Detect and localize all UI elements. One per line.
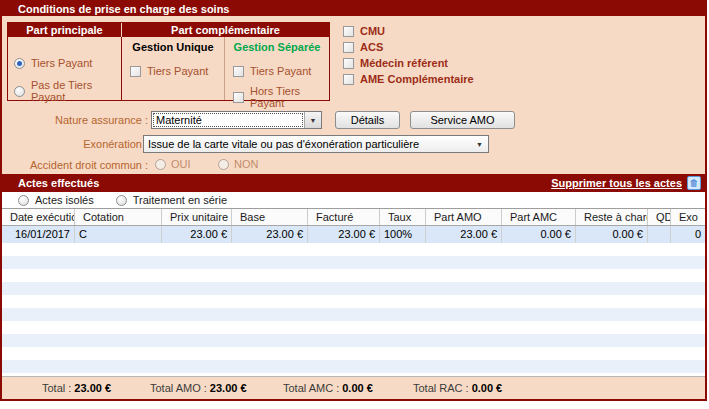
col-taux: Taux: [380, 209, 426, 225]
table-row[interactable]: 16/01/2017 C 23.00 € 23.00 € 23.00 € 100…: [2, 226, 705, 243]
hors-tiers-payant-checkbox[interactable]: [233, 92, 244, 103]
section-title-bar: Conditions de prise en charge des soins: [2, 2, 705, 16]
parts-panel-header: Part principale Part complémentaire: [8, 23, 329, 37]
conditions-section: Part principale Part complémentaire Tier…: [2, 16, 705, 174]
parts-panel: Part principale Part complémentaire Tier…: [7, 22, 330, 101]
col-reste-a-charge: Reste à charge: [576, 209, 648, 225]
accident-oui-radio[interactable]: [155, 159, 166, 170]
supprimer-tous-actes-link[interactable]: Supprimer tous les actes: [551, 177, 682, 189]
actes-isoles-option[interactable]: Actes isolés: [18, 194, 94, 206]
acs-label: ACS: [360, 41, 383, 53]
exoneration-value: Issue de la carte vitale ou pas d'éxonér…: [144, 136, 471, 152]
cell-facture: 23.00 €: [308, 226, 380, 243]
trash-button[interactable]: 🗑: [687, 176, 701, 190]
total-value: 23.00 €: [74, 382, 111, 394]
cell-taux: 100%: [380, 226, 426, 243]
details-button[interactable]: Détails: [335, 111, 400, 129]
gs-tiers-payant-option[interactable]: Tiers Payant: [225, 65, 329, 77]
total-amc-label: Total AMC :: [283, 382, 339, 394]
pas-de-tiers-payant-radio[interactable]: [14, 86, 25, 97]
acs-option[interactable]: ACS: [343, 39, 474, 55]
chevron-down-icon[interactable]: ▼: [471, 136, 488, 152]
empty-row: [2, 269, 705, 282]
cell-reste-a-charge: 0.00 €: [576, 226, 648, 243]
total-rac-value: 0.00 €: [472, 382, 503, 394]
total-label: Total :: [42, 382, 71, 394]
col-date-execution: Date exécution: [2, 209, 75, 225]
gu-tiers-payant-label: Tiers Payant: [147, 65, 208, 77]
cell-base: 23.00 €: [232, 226, 308, 243]
total-amo-value: 23.00 €: [210, 382, 247, 394]
totals-bar: Total :23.00 € Total AMO :23.00 € Total …: [2, 376, 705, 399]
gestion-separee-column: Gestion Séparée Tiers Payant Hors Tiers …: [225, 37, 329, 100]
col-part-amc: Part AMC: [502, 209, 576, 225]
main-frame: Conditions de prise en charge des soins …: [0, 0, 707, 401]
accident-non-radio[interactable]: [218, 159, 229, 170]
medecin-referent-label: Médecin référent: [360, 57, 448, 69]
cell-date-execution: 16/01/2017: [2, 226, 75, 243]
nature-assurance-label: Nature assurance :: [2, 111, 148, 129]
service-amo-button[interactable]: Service AMO: [410, 111, 515, 129]
trash-icon: 🗑: [690, 179, 699, 188]
traitement-en-serie-option[interactable]: Traitement en série: [116, 194, 227, 206]
actes-isoles-radio[interactable]: [18, 195, 29, 206]
ame-complementaire-option[interactable]: AME Complémentaire: [343, 71, 474, 87]
gs-tiers-payant-label: Tiers Payant: [250, 65, 311, 77]
tiers-payant-option[interactable]: Tiers Payant: [8, 57, 121, 69]
hors-tiers-payant-label: Hors Tiers Payant: [250, 85, 329, 109]
cmu-option[interactable]: CMU: [343, 23, 474, 39]
hors-tiers-payant-option[interactable]: Hors Tiers Payant: [225, 85, 329, 109]
empty-row: [2, 295, 705, 308]
pas-de-tiers-payant-label: Pas de Tiers Payant: [31, 79, 121, 103]
traitement-en-serie-radio[interactable]: [116, 195, 127, 206]
table-header-row: Date exécution Cotation Prix unitaire Ba…: [2, 209, 705, 226]
tiers-payant-radio[interactable]: [14, 58, 25, 69]
empty-row: [2, 321, 705, 334]
ame-complementaire-label: AME Complémentaire: [360, 73, 474, 85]
col-part-amo: Part AMO: [426, 209, 502, 225]
nature-assurance-select[interactable]: Maternité ▼: [151, 111, 322, 129]
gu-tiers-payant-option[interactable]: Tiers Payant: [122, 65, 224, 77]
total-rac: Total RAC :0.00 €: [413, 377, 502, 399]
medecin-referent-checkbox[interactable]: [343, 58, 354, 69]
cell-qd: [648, 226, 671, 243]
gestion-unique-column: Gestion Unique Tiers Payant: [122, 37, 225, 100]
cell-part-amc: 0.00 €: [502, 226, 576, 243]
empty-row: [2, 308, 705, 321]
ame-complementaire-checkbox[interactable]: [343, 74, 354, 85]
empty-row: [2, 256, 705, 269]
total-amc: Total AMC :0.00 €: [283, 377, 373, 399]
col-exo: Exo: [671, 209, 705, 225]
actes-isoles-label: Actes isolés: [35, 194, 94, 206]
cmu-label: CMU: [360, 25, 385, 37]
cmu-checkbox[interactable]: [343, 26, 354, 37]
gestion-separee-label: Gestion Séparée: [225, 41, 329, 53]
col-base: Base: [232, 209, 308, 225]
accident-oui-label: OUI: [171, 158, 191, 170]
exoneration-select[interactable]: Issue de la carte vitale ou pas d'éxonér…: [143, 135, 489, 153]
actes-title: Actes effectués: [18, 177, 551, 189]
gs-tiers-payant-checkbox[interactable]: [233, 66, 244, 77]
accident-non-option[interactable]: NON: [218, 158, 258, 170]
accident-oui-option[interactable]: OUI: [155, 158, 191, 170]
part-principale-column: Tiers Payant Pas de Tiers Payant: [8, 37, 122, 100]
chevron-down-icon[interactable]: ▼: [304, 112, 321, 128]
part-complementaire-header: Part complémentaire: [122, 23, 329, 37]
traitement-en-serie-label: Traitement en série: [133, 194, 227, 206]
total-amc-value: 0.00 €: [342, 382, 373, 394]
medecin-referent-option[interactable]: Médecin référent: [343, 55, 474, 71]
exoneration-label: Exonération :: [2, 135, 148, 153]
tiers-payant-label: Tiers Payant: [31, 57, 92, 69]
gu-tiers-payant-checkbox[interactable]: [130, 66, 141, 77]
actes-table-area: Actes isolés Traitement en série Date ex…: [2, 192, 705, 376]
col-prix-unitaire: Prix unitaire: [162, 209, 232, 225]
actes-section-bar: Actes effectués Supprimer tous les actes…: [2, 174, 705, 192]
care-conditions-window: Conditions de prise en charge des soins …: [0, 0, 709, 409]
col-cotation: Cotation: [75, 209, 162, 225]
acte-mode-row: Actes isolés Traitement en série: [2, 192, 705, 209]
cell-exo: 0: [671, 226, 705, 243]
part-principale-header: Part principale: [8, 23, 122, 37]
page-title: Conditions de prise en charge des soins: [18, 3, 230, 15]
pas-de-tiers-payant-option[interactable]: Pas de Tiers Payant: [8, 79, 121, 103]
acs-checkbox[interactable]: [343, 42, 354, 53]
